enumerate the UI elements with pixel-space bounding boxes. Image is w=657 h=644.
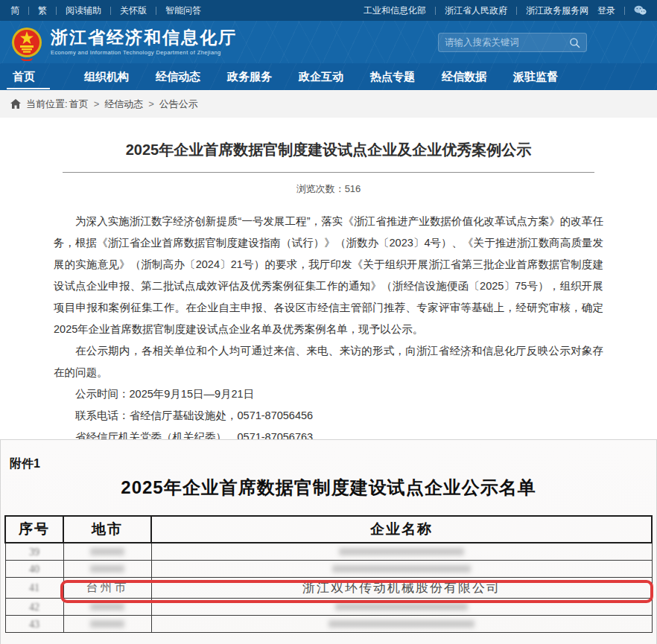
company-cell: 浙江双环传动机械股份有限公司 [302, 581, 501, 595]
topbar-link-simplified-chinese[interactable]: 简 [10, 4, 19, 17]
home-icon [10, 99, 21, 109]
nav-item-interaction[interactable]: 政企互动 [299, 63, 370, 90]
topbar-left-links: 简 繁 阅读辅助 关怀版 智能问答 [10, 4, 201, 17]
breadcrumb: 当前位置:首页 > 经信动态 > 公告公示 [0, 90, 657, 118]
serial-cell: 41 [29, 582, 39, 593]
redacted-city-cell [90, 548, 124, 555]
article-text: 为深入实施浙江数字经济创新提质“一号发展工程”，落实《浙江省推进产业数据价值化改… [54, 211, 603, 439]
column-header-city: 地市 [63, 516, 151, 543]
nav-item-home[interactable]: 首页 [13, 63, 84, 90]
redacted-company-cell [339, 548, 464, 555]
brand-text: 浙江省经济和信息化厅 Economy and Information Techn… [51, 28, 237, 56]
divider [516, 7, 517, 15]
view-count: 浏览次数：516 [54, 182, 603, 196]
site-header: 浙江省经济和信息化厅 Economy and Information Techn… [0, 21, 657, 63]
nav-item-supervision[interactable]: 派驻监督 [513, 63, 585, 90]
nav-item-organization[interactable]: 组织机构 [84, 63, 156, 90]
redacted-company-cell [335, 603, 468, 610]
paragraph-feedback: 在公示期内，各相关单位和个人均可通过来信、来电、来访的形式，向浙江省经济和信息化… [54, 340, 603, 383]
top-utility-bar: 简 繁 阅读辅助 关怀版 智能问答 工业和信息化部 浙江省人民政府 浙江政务服务… [0, 0, 657, 21]
line-discipline-contact: 省经信厅机关党委（机关纪委），0571-87056763 [54, 427, 603, 439]
redacted-company-cell [328, 620, 475, 628]
redacted-city-cell [90, 620, 124, 628]
topbar-link-accessible-version[interactable]: 关怀版 [120, 4, 147, 17]
divider [28, 7, 29, 15]
topbar-link-reading-aid[interactable]: 阅读辅助 [66, 4, 101, 17]
divider [435, 7, 436, 15]
divider [56, 7, 57, 15]
attachment-image: 附件1 2025年企业首席数据官制度建设试点企业公示名单 序号 地市 企业名称 … [0, 439, 657, 644]
breadcrumb-home[interactable]: 首页 [69, 98, 89, 111]
table-row: 40 [5, 560, 652, 577]
attachment-title: 2025年企业首席数据官制度建设试点企业公示名单 [1, 476, 656, 500]
paragraph-intro: 为深入实施浙江数字经济创新提质“一号发展工程”，落实《浙江省推进产业数据价值化改… [54, 211, 603, 340]
topbar-link-traditional-chinese[interactable]: 繁 [38, 4, 47, 17]
breadcrumb-separator: > [148, 98, 154, 109]
topbar-right-links: 工业和信息化部 浙江省人民政府 浙江政务服务网 登录 [364, 4, 647, 17]
serial-cell: 43 [29, 619, 39, 630]
serial-cell: 40 [29, 564, 39, 575]
article-body: 2025年企业首席数据官制度建设试点企业及企业优秀案例公示 浏览次数：516 为… [0, 118, 657, 439]
redacted-city-cell [90, 603, 124, 610]
login-link[interactable]: 登录 [597, 4, 615, 17]
breadcrumb-prefix: 当前位置: [26, 98, 68, 111]
table-row: 43 [5, 615, 652, 632]
table-row: 42 [5, 598, 652, 615]
breadcrumb-announcements[interactable]: 公告公示 [159, 98, 198, 111]
site-subtitle: Economy and Information Technology Depar… [51, 49, 237, 56]
main-nav: 首页 组织机构 经信动态 政务服务 政企互动 热点专题 经信数据 派驻监督 [0, 63, 657, 90]
divider [110, 7, 111, 15]
city-cell: 台州市 [86, 581, 129, 593]
divider [156, 7, 156, 15]
serial-cell: 39 [29, 546, 39, 558]
nav-item-gov-service[interactable]: 政务服务 [227, 63, 299, 90]
attachment-label: 附件1 [10, 456, 40, 472]
line-contact-phone: 联系电话：省经信厅基础设施处，0571-87056456 [54, 405, 603, 427]
nav-item-news[interactable]: 经信动态 [156, 63, 227, 90]
redacted-city-cell [90, 565, 124, 573]
divider [624, 7, 625, 15]
site-brand[interactable]: 浙江省经济和信息化厅 Economy and Information Techn… [10, 24, 237, 61]
table-row-highlighted: 41 台州市 浙江双环传动机械股份有限公司 [5, 577, 652, 598]
topbar-link-miit[interactable]: 工业和信息化部 [364, 4, 426, 17]
nav-item-data[interactable]: 经信数据 [442, 63, 513, 90]
line-publicity-period: 公示时间：2025年9月15日—9月21日 [54, 383, 603, 405]
title-divider [63, 172, 594, 173]
page-title: 2025年企业首席数据官制度建设试点企业及企业优秀案例公示 [58, 140, 599, 160]
breadcrumb-separator: > [94, 98, 100, 109]
site-title: 浙江省经济和信息化厅 [51, 28, 237, 47]
table-header-row: 序号 地市 企业名称 [5, 516, 652, 543]
nav-item-hot-topics[interactable]: 热点专题 [370, 63, 442, 90]
search-input[interactable] [445, 37, 569, 48]
topbar-link-gov-service-net[interactable]: 浙江政务服务网 [526, 4, 588, 17]
redacted-company-cell [332, 565, 471, 573]
national-emblem-icon [10, 25, 43, 61]
topbar-link-provincial-gov[interactable]: 浙江省人民政府 [445, 4, 507, 17]
column-header-company: 企业名称 [151, 516, 652, 543]
column-header-serial: 序号 [5, 516, 63, 543]
table-row: 39 [5, 543, 652, 560]
topbar-link-smart-qa[interactable]: 智能问答 [165, 4, 201, 17]
pilot-enterprise-table: 序号 地市 企业名称 39 40 41 台州市 浙江双环传动机械股份有限公司 [4, 515, 653, 633]
serial-cell: 42 [29, 602, 39, 613]
search-box [438, 33, 587, 52]
wechat-icon[interactable] [634, 5, 647, 16]
view-count-value: 516 [345, 183, 361, 194]
search-icon[interactable] [569, 37, 580, 48]
breadcrumb-news[interactable]: 经信动态 [104, 98, 143, 111]
